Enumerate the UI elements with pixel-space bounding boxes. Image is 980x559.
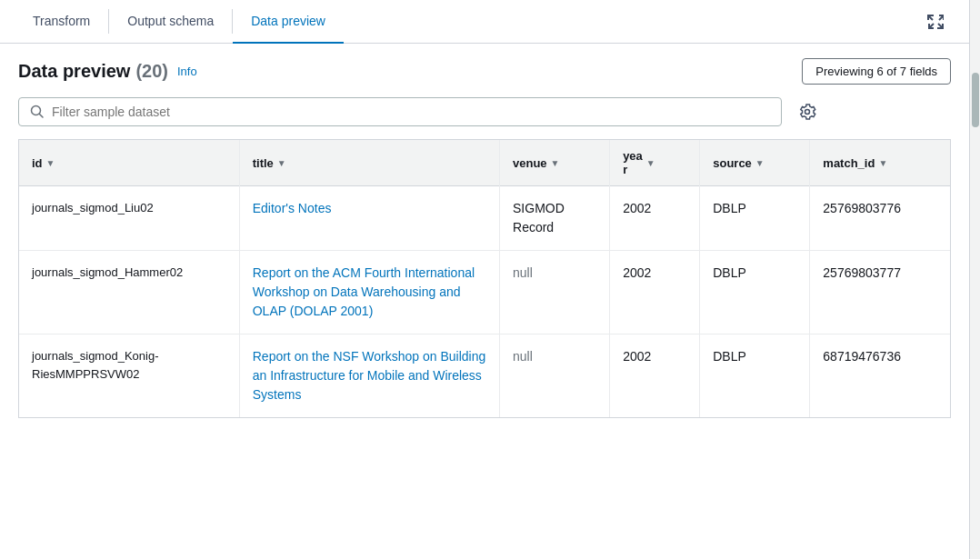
sort-icon-source: ▼	[755, 158, 765, 168]
settings-button[interactable]	[791, 95, 824, 128]
sort-icon-match-id: ▼	[878, 158, 887, 168]
expand-button[interactable]	[916, 0, 955, 43]
cell-id-1: journals_sigmod_Hammer02	[19, 251, 239, 334]
cell-title-1: Report on the ACM Fourth International W…	[239, 251, 499, 334]
tab-output-schema[interactable]: Output schema	[109, 0, 232, 44]
cell-year-1: 2002	[610, 251, 700, 334]
scrollbar-thumb[interactable]	[972, 73, 979, 127]
col-header-source[interactable]: source ▼	[700, 140, 810, 186]
search-box[interactable]	[18, 97, 782, 126]
tab-transform[interactable]: Transform	[15, 0, 108, 44]
col-header-year[interactable]: year ▼	[610, 140, 700, 186]
tab-transform-label: Transform	[33, 14, 90, 28]
tab-output-schema-label: Output schema	[127, 14, 214, 28]
cell-id-2: journals_sigmod_Konig-RiesMMPPRSVW02	[19, 334, 239, 418]
col-header-venue[interactable]: venue ▼	[500, 140, 610, 186]
cell-title-0: Editor's Notes	[239, 186, 499, 251]
scrollbar-track[interactable]	[969, 0, 980, 559]
cell-match-id-0: 25769803776	[810, 186, 950, 251]
table-row: journals_sigmod_Liu02 Editor's Notes SIG…	[19, 186, 950, 251]
table-header-row: id ▼ title ▼	[19, 140, 950, 186]
cell-match-id-1: 25769803777	[810, 251, 950, 334]
cell-source-0: DBLP	[700, 186, 810, 251]
main-content: Data preview (20) Info Previewing 6 of 7…	[0, 44, 969, 433]
search-row	[18, 95, 951, 128]
cell-id-0: journals_sigmod_Liu02	[19, 186, 239, 251]
gear-icon	[798, 103, 816, 121]
table-row: journals_sigmod_Konig-RiesMMPPRSVW02 Rep…	[19, 334, 950, 418]
record-count: (20)	[135, 61, 168, 82]
col-header-title[interactable]: title ▼	[239, 140, 499, 186]
cell-venue-1: null	[500, 251, 610, 334]
col-header-match-id[interactable]: match_id ▼	[810, 140, 950, 186]
table-row: journals_sigmod_Hammer02 Report on the A…	[19, 251, 950, 334]
preview-badge: Previewing 6 of 7 fields	[802, 58, 951, 85]
search-icon	[30, 105, 45, 119]
page-title: Data preview (20)	[18, 61, 168, 82]
cell-match-id-2: 68719476736	[810, 334, 950, 418]
expand-icon	[927, 14, 944, 30]
header-row: Data preview (20) Info Previewing 6 of 7…	[18, 58, 951, 85]
title-text: Data preview	[18, 61, 130, 82]
sort-icon-year: ▼	[646, 158, 655, 168]
cell-venue-0: SIGMOD Record	[500, 186, 610, 251]
cell-year-0: 2002	[610, 186, 700, 251]
cell-venue-2: null	[500, 334, 610, 418]
tab-data-preview-label: Data preview	[251, 14, 325, 28]
cell-source-1: DBLP	[700, 251, 810, 334]
cell-source-2: DBLP	[700, 334, 810, 418]
search-input[interactable]	[52, 105, 770, 119]
info-link[interactable]: Info	[177, 65, 197, 78]
data-table: id ▼ title ▼	[18, 139, 951, 418]
sort-icon-title: ▼	[277, 158, 286, 168]
cell-year-2: 2002	[610, 334, 700, 418]
sort-icon-venue: ▼	[551, 158, 560, 168]
col-header-id[interactable]: id ▼	[19, 140, 239, 186]
tab-bar: Transform Output schema Data preview	[0, 0, 969, 44]
sort-icon-id: ▼	[46, 158, 55, 168]
tab-data-preview[interactable]: Data preview	[233, 0, 344, 44]
cell-title-2: Report on the NSF Workshop on Building a…	[239, 334, 499, 418]
